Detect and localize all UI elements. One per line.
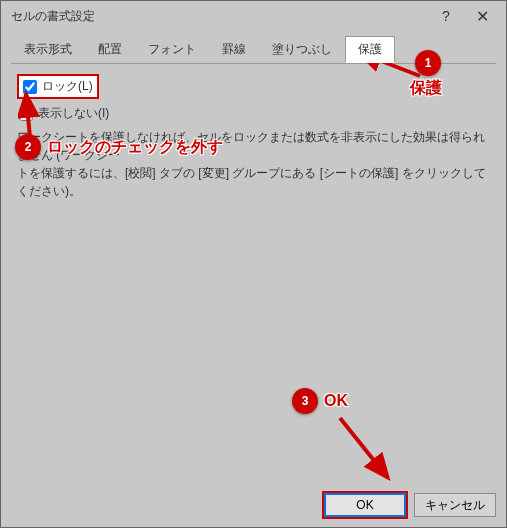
tab-protection[interactable]: 保護 bbox=[345, 36, 395, 63]
hidden-label: 表示しない(I) bbox=[38, 105, 109, 122]
close-button[interactable]: ✕ bbox=[464, 2, 500, 30]
hidden-checkbox[interactable] bbox=[19, 107, 33, 121]
hidden-checkbox-row[interactable]: 表示しない(I) bbox=[19, 105, 488, 122]
help-button[interactable]: ? bbox=[428, 2, 464, 30]
ok-button[interactable]: OK bbox=[324, 493, 406, 517]
tab-fill[interactable]: 塗りつぶし bbox=[259, 36, 345, 63]
titlebar: セルの書式設定 ? ✕ bbox=[1, 1, 506, 31]
dialog-title: セルの書式設定 bbox=[11, 8, 428, 25]
lock-label: ロック(L) bbox=[42, 78, 93, 95]
tab-alignment[interactable]: 配置 bbox=[85, 36, 135, 63]
cancel-button[interactable]: キャンセル bbox=[414, 493, 496, 517]
tab-number[interactable]: 表示形式 bbox=[11, 36, 85, 63]
lock-checkbox-row[interactable]: ロック(L) bbox=[17, 74, 99, 99]
tab-bar: 表示形式 配置 フォント 罫線 塗りつぶし 保護 bbox=[1, 31, 506, 63]
button-row: OK キャンセル bbox=[1, 485, 506, 527]
tab-font[interactable]: フォント bbox=[135, 36, 209, 63]
format-cells-dialog: セルの書式設定 ? ✕ 表示形式 配置 フォント 罫線 塗りつぶし 保護 ロック… bbox=[0, 0, 507, 528]
tab-border[interactable]: 罫線 bbox=[209, 36, 259, 63]
protection-pane: ロック(L) 表示しない(I) ワークシートを保護しなければ、セルをロックまたは… bbox=[11, 63, 496, 481]
lock-checkbox[interactable] bbox=[23, 80, 37, 94]
description-text: ワークシートを保護しなければ、セルをロックまたは数式を非表示にした効果は得られま… bbox=[17, 128, 490, 200]
